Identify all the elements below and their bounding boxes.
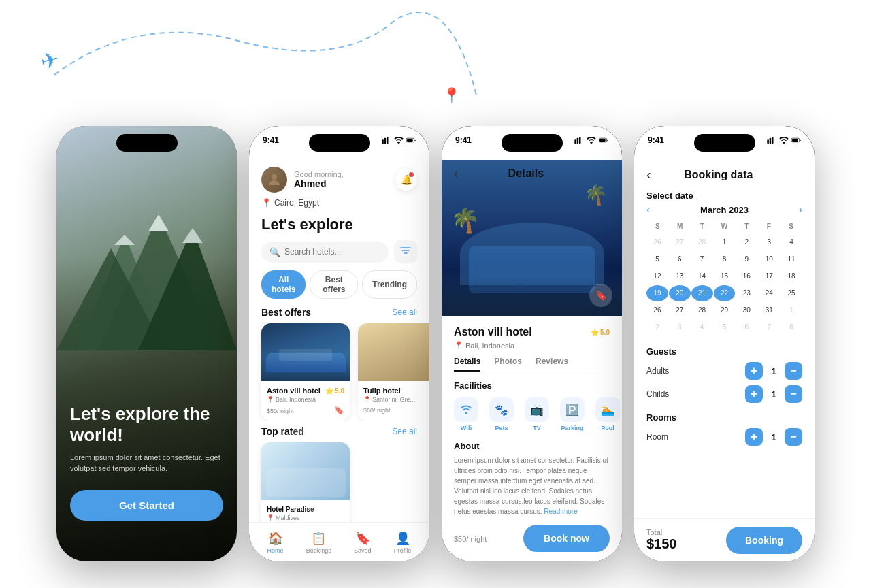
- top-rated-see-all[interactable]: See all: [392, 427, 417, 436]
- best-offers-see-all[interactable]: See all: [392, 308, 417, 317]
- booking-confirm-button[interactable]: Booking: [726, 527, 802, 554]
- save-button-circle[interactable]: 🔖: [589, 284, 612, 307]
- cal-cell[interactable]: 26: [646, 302, 668, 318]
- cal-cell[interactable]: 25: [780, 285, 802, 301]
- room-minus-button[interactable]: −: [785, 428, 802, 446]
- tab-photos[interactable]: Photos: [494, 357, 522, 372]
- booking-content-area: ‹ Booking data Select date ‹ March 2023 …: [634, 160, 815, 561]
- cal-cell[interactable]: 13: [669, 268, 691, 284]
- cal-cell[interactable]: 9: [736, 251, 757, 267]
- book-now-button[interactable]: Book now: [523, 525, 610, 552]
- read-more-link[interactable]: Read more: [544, 508, 577, 514]
- cal-cell[interactable]: 2: [646, 319, 668, 336]
- facilities-row: Wifi 🐾 Pets 📺 TV: [454, 397, 610, 431]
- cal-cell[interactable]: 14: [691, 268, 713, 284]
- cal-next-button[interactable]: ›: [799, 203, 802, 216]
- cal-cell[interactable]: 31: [758, 302, 780, 318]
- cal-cell[interactable]: 1: [714, 234, 736, 250]
- dynamic-island-1: [116, 134, 178, 152]
- nav-profile[interactable]: 👤 Profile: [394, 531, 412, 554]
- cal-cell[interactable]: 27: [669, 234, 691, 250]
- cal-cell-21[interactable]: 21: [691, 285, 713, 301]
- adults-plus-button[interactable]: +: [745, 362, 763, 380]
- get-started-button[interactable]: Get Started: [70, 490, 223, 521]
- cal-cell[interactable]: 1: [780, 302, 802, 318]
- tab-all-hotels[interactable]: All hotels: [261, 270, 306, 299]
- tab-trending[interactable]: Trending: [362, 270, 417, 299]
- cal-cell-22[interactable]: 22: [714, 285, 736, 301]
- cal-cell[interactable]: 2: [736, 234, 757, 250]
- search-input[interactable]: [284, 247, 380, 257]
- cal-cell[interactable]: 5: [714, 319, 736, 336]
- cal-cell[interactable]: 4: [780, 234, 802, 250]
- cal-cell[interactable]: 4: [691, 319, 713, 336]
- phone2-content-area: Good morning, Ahmed 🔔 📍 Cairo, Egypt Let…: [249, 160, 429, 561]
- cal-prev-button[interactable]: ‹: [646, 203, 650, 216]
- cal-cell[interactable]: 15: [714, 268, 736, 284]
- cal-cell[interactable]: 6: [669, 251, 691, 267]
- svg-point-14: [272, 174, 277, 180]
- cal-cell[interactable]: 12: [646, 268, 668, 284]
- cal-cell[interactable]: 8: [780, 319, 802, 336]
- palm-right: 🌴: [584, 184, 608, 206]
- nav-home-label: Home: [267, 547, 284, 554]
- childs-minus-button[interactable]: −: [785, 385, 802, 403]
- parking-label: Parking: [561, 425, 583, 431]
- cal-cell[interactable]: 17: [758, 268, 780, 284]
- back-button[interactable]: ‹: [454, 165, 459, 181]
- room-plus-button[interactable]: +: [745, 428, 763, 446]
- cal-cell[interactable]: 28: [691, 302, 713, 318]
- facility-parking: 🅿️ Parking: [560, 397, 585, 431]
- svg-rect-23: [770, 138, 772, 144]
- palm-left: 🌴: [450, 207, 480, 235]
- cal-cell[interactable]: 5: [646, 251, 668, 267]
- adults-minus-button[interactable]: −: [785, 362, 802, 380]
- nav-home[interactable]: 🏠 Home: [267, 531, 284, 554]
- cal-cell[interactable]: 6: [736, 319, 757, 336]
- notification-button[interactable]: 🔔: [395, 169, 417, 191]
- cal-cell[interactable]: 28: [691, 234, 713, 250]
- home-header: Good morning, Ahmed 🔔: [249, 160, 429, 197]
- cal-cell[interactable]: 7: [691, 251, 713, 267]
- cal-cell[interactable]: 11: [780, 251, 802, 267]
- booking-back-button[interactable]: ‹: [646, 167, 651, 182]
- childs-count: 1: [770, 389, 778, 399]
- room-counter: + 1 −: [745, 428, 802, 446]
- select-date-label: Select date: [634, 186, 815, 203]
- cal-cell-19[interactable]: 19: [646, 285, 668, 301]
- cal-cell[interactable]: 18: [780, 268, 802, 284]
- cal-cell[interactable]: 3: [669, 319, 691, 336]
- cal-cell[interactable]: 8: [714, 251, 736, 267]
- hotel-2-footer: $60/ night: [363, 406, 429, 414]
- cal-cell[interactable]: 30: [736, 302, 757, 318]
- search-box[interactable]: 🔍: [261, 242, 389, 263]
- svg-marker-5: [148, 214, 169, 231]
- hotel-card-tulip[interactable]: Tulip hotel 📍 Santorini, Gre... $60/ nig…: [358, 323, 429, 421]
- cal-cell[interactable]: 29: [714, 302, 736, 318]
- cal-cell[interactable]: 27: [669, 302, 691, 318]
- cal-cell[interactable]: 3: [758, 234, 780, 250]
- cal-cell[interactable]: 24: [758, 285, 780, 301]
- cal-cell[interactable]: 26: [646, 234, 668, 250]
- parking-icon-wrap: 🅿️: [560, 397, 585, 422]
- tab-reviews[interactable]: Reviews: [536, 357, 568, 372]
- tab-details[interactable]: Details: [454, 357, 480, 372]
- phone-4-booking: 9:41 ‹ Booking data Select date: [634, 126, 815, 561]
- filter-button[interactable]: [394, 240, 417, 263]
- cal-cell[interactable]: 10: [758, 251, 780, 267]
- childs-plus-button[interactable]: +: [745, 385, 763, 403]
- cal-cell-20[interactable]: 20: [669, 285, 691, 301]
- nav-bookings[interactable]: 📋 Bookings: [306, 531, 331, 554]
- cal-cell[interactable]: 7: [758, 319, 780, 336]
- nav-bookings-label: Bookings: [306, 547, 331, 554]
- tab-best-offers[interactable]: Best offers: [310, 270, 358, 299]
- tv-icon-wrap: 📺: [525, 397, 549, 422]
- plane-icon: ✈: [38, 46, 63, 76]
- cal-cell[interactable]: 23: [736, 285, 757, 301]
- cal-cell[interactable]: 16: [736, 268, 757, 284]
- nav-saved[interactable]: 🔖 Saved: [354, 531, 372, 554]
- details-header: ‹ Details: [442, 160, 622, 186]
- hotel-detail-name: Aston vill hotel: [454, 326, 532, 338]
- map-pin-decoration: 📍: [442, 87, 461, 105]
- greeting-name: Ahmed: [294, 178, 344, 189]
